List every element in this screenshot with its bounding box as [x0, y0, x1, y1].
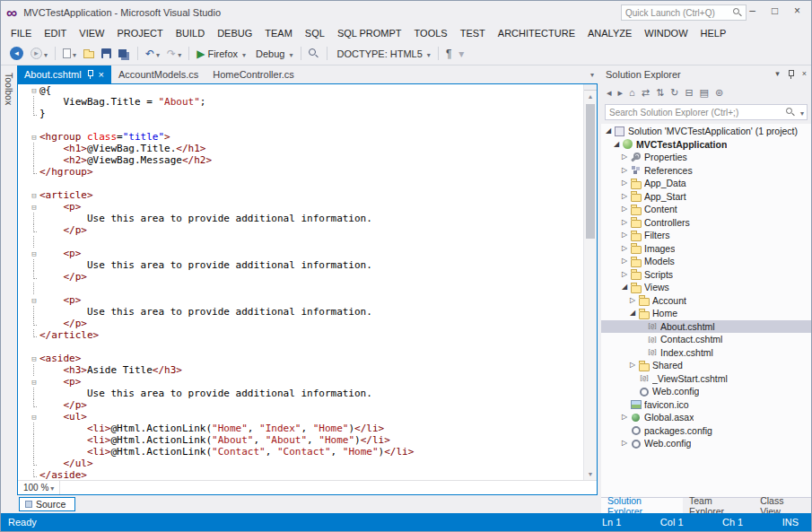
show-all-files-icon[interactable]: ▤ — [700, 88, 709, 98]
close-button[interactable]: × — [786, 1, 808, 21]
navigate-backward-button[interactable]: ◂ — [7, 45, 26, 62]
expand-icon[interactable]: ▷ — [620, 153, 629, 161]
tab-about-cshtml[interactable]: About.cshtml — [17, 65, 111, 83]
expand-icon[interactable]: ▷ — [628, 362, 637, 369]
code-editor[interactable]: @{ ViewBag.Title = "About";}<hgroup clas… — [29, 84, 583, 480]
code-line[interactable]: </p> — [29, 271, 583, 283]
menu-item-team[interactable]: TEAM — [258, 28, 299, 39]
expand-icon[interactable]: ▷ — [620, 193, 629, 200]
expand-icon[interactable]: ▷ — [620, 219, 629, 226]
collapse-icon[interactable]: ◢ — [620, 283, 629, 291]
tree-item-index-cshtml[interactable]: [@]Index.cshtml — [601, 346, 811, 360]
solution-explorer-search-input[interactable] — [606, 108, 786, 118]
solution-configurations-button[interactable]: Debug — [250, 47, 295, 61]
tree-item-app-start[interactable]: ▷App_Start — [601, 190, 811, 204]
code-line[interactable]: <li>@Html.ActionLink("Home", "Index", "H… — [29, 423, 583, 434]
code-line[interactable]: </p> — [29, 318, 583, 329]
find-in-files-button[interactable] — [306, 47, 322, 61]
tree-item-controllers[interactable]: ▷Controllers — [601, 216, 811, 230]
code-line[interactable] — [29, 341, 583, 353]
scroll-up-icon[interactable] — [584, 91, 597, 102]
expand-icon[interactable]: ▷ — [620, 440, 629, 447]
code-line[interactable]: } — [29, 108, 583, 119]
expand-icon[interactable]: ▷ — [620, 179, 629, 187]
code-line[interactable]: <h2>@ViewBag.Message</h2> — [29, 154, 583, 166]
tree-item-packages-config[interactable]: packages.config — [601, 424, 811, 438]
menu-item-view[interactable]: VIEW — [73, 28, 110, 39]
code-line[interactable]: <li>@Html.ActionLink("Contact", "Contact… — [29, 446, 583, 458]
code-line[interactable] — [29, 283, 583, 294]
code-line[interactable]: <p> — [29, 248, 583, 259]
collapse-icon[interactable]: ◢ — [604, 127, 613, 135]
collapse-all-icon[interactable]: ⊟ — [685, 88, 693, 98]
expand-icon[interactable]: ▷ — [628, 297, 637, 304]
tree-item-about-cshtml[interactable]: [@]About.cshtml — [601, 320, 811, 334]
code-line[interactable] — [29, 119, 583, 131]
tree-item-scripts[interactable]: ▷Scripts — [601, 268, 811, 282]
fold-toggle-icon[interactable] — [29, 411, 39, 423]
minimize-button[interactable]: – — [741, 1, 764, 21]
save-button[interactable] — [99, 47, 114, 60]
tab-homecontroller-cs[interactable]: HomeController.cs — [205, 65, 301, 83]
menu-item-help[interactable]: HELP — [694, 28, 733, 39]
collapse-icon[interactable]: ◢ — [628, 310, 637, 317]
forward-icon[interactable]: ▸ — [618, 88, 624, 98]
menu-item-project[interactable]: PROJECT — [110, 28, 169, 39]
tree-item-filters[interactable]: ▷Filters — [601, 229, 811, 242]
tab-accountmodels-cs[interactable]: AccountModels.cs — [111, 65, 205, 83]
code-line[interactable]: <li>@Html.ActionLink("About", "About", "… — [29, 434, 583, 446]
menu-item-architecture[interactable]: ARCHITECTURE — [492, 28, 581, 39]
tree-item-properties[interactable]: ▷Properties — [601, 151, 811, 164]
properties-icon[interactable]: ⊚ — [715, 88, 723, 98]
tree-item-shared[interactable]: ▷Shared — [601, 359, 811, 372]
tree-item-home[interactable]: ◢Home — [601, 307, 811, 320]
code-line[interactable]: </ul> — [29, 458, 583, 469]
switch-views-icon[interactable]: ⇄ — [642, 88, 650, 98]
new-file-button[interactable] — [60, 47, 79, 61]
format-the-whole-document-button[interactable]: ¶ — [443, 47, 454, 61]
tree-item-references[interactable]: ▷References — [601, 164, 811, 178]
refresh-icon[interactable]: ↻ — [670, 88, 678, 98]
code-line[interactable]: <h3>Aside Title</h3> — [29, 364, 583, 376]
window-position-icon[interactable]: ▾ — [775, 70, 780, 78]
home-icon[interactable]: ⌂ — [629, 88, 635, 98]
tree-item-images[interactable]: ▷Images — [601, 242, 811, 256]
fold-toggle-icon[interactable] — [29, 189, 39, 201]
code-line[interactable]: @{ — [29, 84, 583, 96]
fold-toggle-icon[interactable] — [29, 376, 39, 388]
code-line[interactable]: </p> — [29, 224, 583, 236]
tree-item-account[interactable]: ▷Account — [601, 294, 811, 308]
code-line[interactable] — [29, 178, 583, 189]
code-line[interactable]: </hgroup> — [29, 166, 583, 178]
code-line[interactable]: <p> — [29, 376, 583, 388]
code-line[interactable]: <aside> — [29, 353, 583, 364]
zoom-control[interactable]: 100 % — [18, 481, 60, 494]
expand-icon[interactable]: ▷ — [620, 167, 629, 174]
menu-item-sql-prompt[interactable]: SQL PROMPT — [331, 28, 408, 39]
tree-item-content[interactable]: ▷Content — [601, 203, 811, 216]
panel-tab-solution-explorer[interactable]: Solution Explorer — [601, 498, 683, 513]
expand-icon[interactable]: ▷ — [620, 271, 629, 278]
code-line[interactable]: <p> — [29, 201, 583, 213]
menu-item-analyze[interactable]: ANALYZE — [581, 28, 638, 39]
code-line[interactable]: <hgroup class="title"> — [29, 131, 583, 143]
maximize-button[interactable]: □ — [764, 1, 786, 21]
start-debug-button[interactable]: ▶Firefox — [194, 47, 249, 61]
menu-item-build[interactable]: BUILD — [170, 28, 211, 39]
navigate-forward-button[interactable]: ▸ — [28, 46, 50, 61]
close-icon[interactable] — [99, 69, 104, 80]
pin-icon[interactable] — [86, 70, 94, 79]
panel-tab-team-explorer[interactable]: Team Explorer — [683, 498, 754, 513]
tree-item-web-config[interactable]: ▷Web.config — [601, 437, 811, 450]
indicator-margin[interactable] — [18, 84, 29, 480]
sync-with-active-document-icon[interactable]: ⇅ — [656, 88, 664, 98]
menu-item-sql[interactable]: SQL — [299, 28, 331, 39]
panel-tab-class-view[interactable]: Class View — [754, 498, 811, 513]
menu-item-debug[interactable]: DEBUG — [211, 28, 258, 39]
code-line[interactable]: </article> — [29, 329, 583, 341]
pin-icon[interactable] — [787, 70, 795, 79]
expand-icon[interactable]: ▷ — [620, 245, 629, 252]
search-options-icon[interactable] — [799, 107, 804, 118]
tree-item-global-asax[interactable]: ▷Global.asax — [601, 411, 811, 424]
tree-item-favicon-ico[interactable]: favicon.ico — [601, 398, 811, 412]
